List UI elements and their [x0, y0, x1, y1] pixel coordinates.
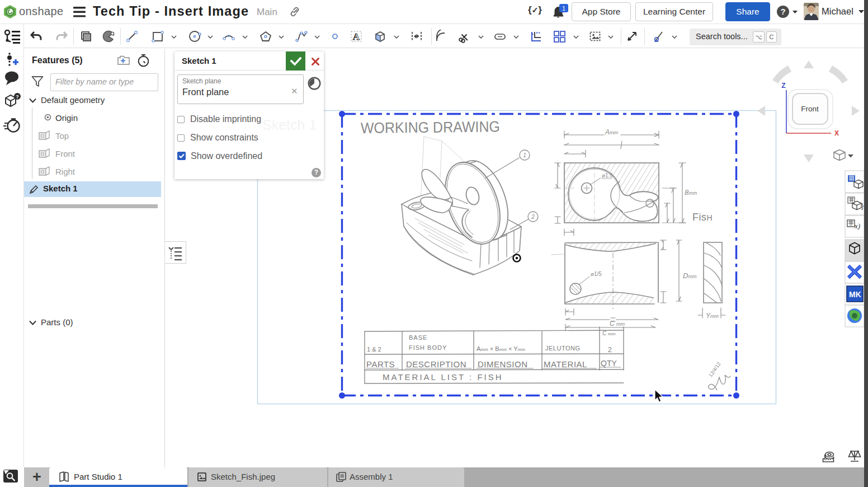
svg-text:2: 2 [531, 214, 535, 220]
svg-text:C mm: C mm [610, 320, 625, 327]
svg-text:MATERIAL LIST : FISH: MATERIAL LIST : FISH [383, 372, 503, 382]
svg-text:?: ? [780, 7, 785, 16]
svg-text:x): x) [854, 222, 860, 230]
svg-text:1: 1 [562, 5, 565, 12]
svg-text:A: A [353, 31, 360, 42]
svg-text:1 & 2: 1 & 2 [367, 346, 381, 353]
svg-text:JELUTONG: JELUTONG [545, 345, 580, 352]
svg-text:⌀1.5: ⌀1.5 [602, 172, 613, 179]
svg-text:Front: Front [801, 105, 819, 113]
svg-text:DIMENSION: DIMENSION [478, 359, 528, 369]
svg-text:WORKING DRAWING: WORKING DRAWING [361, 118, 500, 137]
svg-text:⌀1/5: ⌀1/5 [591, 271, 602, 277]
svg-text:PARTS: PARTS [366, 359, 395, 369]
svg-text:BASE: BASE [409, 334, 427, 341]
svg-text:}: } [861, 202, 864, 210]
svg-text:QTY: QTY [601, 359, 617, 368]
svg-text:1: 1 [523, 152, 526, 158]
svg-text:X: X [834, 129, 839, 137]
svg-text:FISH BODY: FISH BODY [409, 344, 447, 351]
svg-text:Amm: Amm [605, 128, 619, 136]
svg-text:MATERIAL: MATERIAL [544, 359, 587, 369]
svg-text:2: 2 [608, 346, 612, 354]
svg-text:DESCRIPTION: DESCRIPTION [406, 359, 466, 369]
svg-text:MK: MK [849, 290, 861, 299]
svg-text:C mm: C mm [602, 330, 616, 336]
svg-text:Ymm: Ymm [706, 312, 719, 320]
svg-text:Z: Z [781, 82, 785, 90]
svg-text:?: ? [16, 94, 19, 100]
svg-text:FisH: FisH [692, 212, 713, 223]
